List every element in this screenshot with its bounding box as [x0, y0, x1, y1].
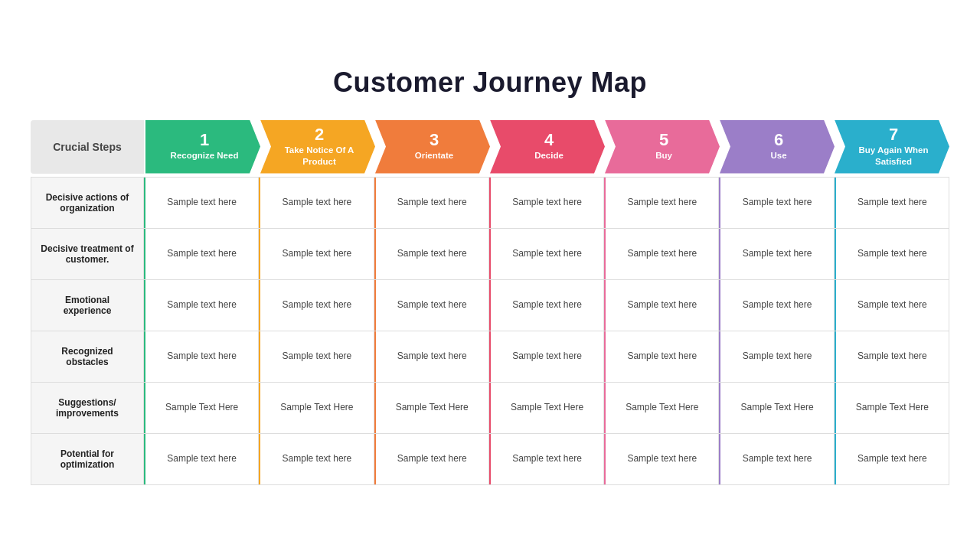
table-row: Decisive actions of organizationSample t…	[31, 177, 949, 229]
arrow-label-2: Take Notice Of A Product	[277, 145, 361, 168]
table-cell: Sample text here	[835, 178, 949, 228]
table-cell: Sample text here	[259, 178, 374, 228]
table-cell: Sample text here	[835, 229, 949, 279]
table-cell: Sample text here	[144, 178, 259, 228]
table-cell: Sample text here	[489, 178, 604, 228]
table-cell: Sample text here	[144, 280, 259, 331]
arrow-number-3: 3	[430, 132, 439, 148]
arrow-label-4: Decide	[534, 150, 564, 161]
arrow-step-3: 3 Orientate	[375, 120, 490, 174]
table-cell: Sample text here	[489, 434, 604, 484]
table-cell: Sample Text Here	[489, 383, 604, 433]
table-cell: Sample Text Here	[144, 383, 259, 433]
table-cell: Sample text here	[835, 280, 949, 331]
table-cell: Sample text here	[259, 280, 374, 331]
arrow-label-3: Orientate	[415, 150, 454, 161]
arrow-number-1: 1	[200, 132, 209, 148]
table-cell: Sample text here	[374, 434, 489, 484]
page-title: Customer Journey Map	[31, 67, 949, 99]
row-label-3: Emotional experience	[31, 280, 144, 331]
arrow-label-6: Use	[770, 150, 786, 161]
table-cell: Sample text here	[719, 280, 834, 331]
table-cell: Sample text here	[259, 434, 374, 484]
table-cell: Sample text here	[604, 331, 719, 382]
arrow-step-7: 7 Buy Again When Satisfied	[835, 120, 949, 174]
table-cell: Sample text here	[259, 229, 374, 279]
table-cell: Sample text here	[719, 434, 834, 484]
arrow-number-4: 4	[544, 132, 554, 148]
table-cell: Sample Text Here	[604, 383, 719, 433]
table-cell: Sample text here	[835, 331, 949, 382]
table-cell: Sample text here	[144, 229, 259, 279]
header-row: Crucial Steps 1 Recognize Need 2 Take No…	[31, 120, 949, 174]
table-row: Recognized obstaclesSample text hereSamp…	[31, 331, 949, 383]
table-cell: Sample text here	[374, 280, 489, 331]
table-cell: Sample text here	[489, 229, 604, 279]
table-cell: Sample text here	[489, 280, 604, 331]
row-cells-2: Sample text hereSample text hereSample t…	[144, 229, 949, 279]
table-row: Decisive treatment of customer.Sample te…	[31, 229, 949, 280]
arrow-step-4: 4 Decide	[490, 120, 605, 174]
arrow-step-2: 2 Take Notice Of A Product	[260, 120, 375, 174]
table-cell: Sample text here	[144, 434, 259, 484]
row-label-2: Decisive treatment of customer.	[31, 229, 144, 279]
table-row: Emotional experienceSample text hereSamp…	[31, 280, 949, 331]
table-cell: Sample text here	[374, 178, 489, 228]
row-cells-1: Sample text hereSample text hereSample t…	[144, 178, 949, 228]
table-cell: Sample Text Here	[259, 383, 374, 433]
arrow-number-6: 6	[774, 132, 783, 148]
arrow-number-7: 7	[889, 126, 898, 143]
table-cell: Sample text here	[719, 178, 834, 228]
table-cell: Sample text here	[604, 280, 719, 331]
row-label-6: Potential for optimization	[31, 434, 144, 484]
row-cells-4: Sample text hereSample text hereSample t…	[144, 331, 949, 382]
table-cell: Sample text here	[719, 229, 834, 279]
table-cell: Sample text here	[374, 331, 489, 382]
table-cell: Sample Text Here	[835, 383, 949, 433]
table-cell: Sample Text Here	[719, 383, 834, 433]
arrow-label-5: Buy	[655, 150, 672, 161]
arrow-label-7: Buy Again When Satisfied	[851, 145, 936, 168]
table-cell: Sample text here	[144, 331, 259, 382]
table-cell: Sample text here	[374, 229, 489, 279]
arrow-number-5: 5	[659, 132, 668, 148]
row-cells-5: Sample Text HereSample Text HereSample T…	[144, 383, 949, 433]
table-cell: Sample text here	[489, 331, 604, 382]
arrow-step-5: 5 Buy	[605, 120, 720, 174]
crucial-steps-label: Crucial Steps	[31, 120, 144, 174]
arrows-container: 1 Recognize Need 2 Take Notice Of A Prod…	[145, 120, 949, 174]
table-cell: Sample text here	[835, 434, 949, 484]
table-cell: Sample text here	[719, 331, 834, 382]
main-container: Customer Journey Map Crucial Steps 1 Rec…	[23, 51, 957, 500]
table-row: Potential for optimizationSample text he…	[31, 434, 949, 485]
table-cell: Sample text here	[604, 229, 719, 279]
arrow-step-1: 1 Recognize Need	[145, 120, 260, 174]
row-cells-3: Sample text hereSample text hereSample t…	[144, 280, 949, 331]
arrow-step-6: 6 Use	[720, 120, 835, 174]
row-label-1: Decisive actions of organization	[31, 178, 144, 228]
arrow-label-1: Recognize Need	[171, 150, 239, 161]
journey-map: Crucial Steps 1 Recognize Need 2 Take No…	[31, 120, 949, 485]
table-cell: Sample text here	[259, 331, 374, 382]
arrow-number-2: 2	[315, 126, 324, 143]
row-label-4: Recognized obstacles	[31, 331, 144, 382]
table-cell: Sample Text Here	[374, 383, 489, 433]
table-section: Decisive actions of organizationSample t…	[31, 177, 949, 485]
row-label-5: Suggestions/ improvements	[31, 383, 144, 433]
table-cell: Sample text here	[604, 178, 719, 228]
table-row: Suggestions/ improvementsSample Text Her…	[31, 383, 949, 434]
table-cell: Sample text here	[604, 434, 719, 484]
row-cells-6: Sample text hereSample text hereSample t…	[144, 434, 949, 484]
